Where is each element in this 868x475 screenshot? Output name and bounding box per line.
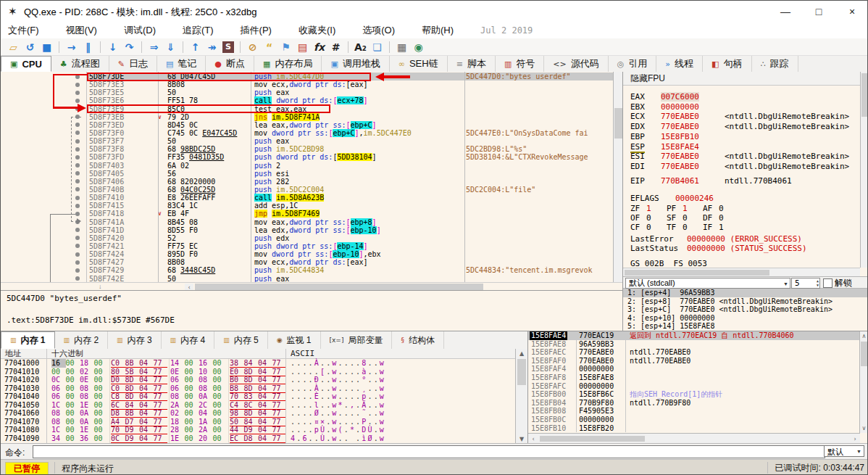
menu-item-插[interactable]: 插件(P) [241, 24, 272, 37]
byte-cell[interactable]: 04 [258, 359, 272, 368]
byte-cell[interactable]: D9 [125, 426, 140, 434]
byte-cell[interactable]: 84 [244, 359, 259, 368]
dump-row[interactable]: 7704107008000A00A4D7047718001A0050840477… [1, 418, 515, 426]
byte-cell[interactable]: 5B [125, 368, 140, 376]
disasm-row[interactable]: 5D8F74036A 02push 2 [1, 162, 622, 170]
byte-cell[interactable]: B0 [230, 376, 244, 384]
tab-日志[interactable]: ✎日志 [109, 56, 157, 72]
byte-cell[interactable]: 04 [139, 376, 154, 384]
byte-cell[interactable]: 00 [213, 368, 228, 376]
disasm-row[interactable]: 5D8F73F868 98BDC25Dpush im.5DC2BD985DC2B… [1, 145, 622, 153]
disasm-row[interactable]: 5D8F7424895D F0mov dword ptr ss:[ebp-10]… [1, 250, 622, 258]
tab-线程[interactable]: »线程 [656, 56, 703, 72]
register-value[interactable]: 770EABE0 [661, 162, 699, 171]
run-icon[interactable]: → [63, 40, 80, 54]
byte-cell[interactable]: 00 [185, 376, 199, 384]
byte-cell[interactable]: 1E [80, 401, 94, 410]
byte-cell[interactable]: 00 [51, 368, 66, 376]
byte-cell[interactable]: 00 [213, 359, 228, 368]
minimize-button[interactable]: — [769, 1, 802, 22]
byte-cell[interactable]: 04 [258, 401, 272, 410]
byte-cell[interactable]: 00 [185, 418, 199, 426]
comments-icon[interactable]: “ [261, 40, 277, 54]
byte-cell[interactable]: 00 [94, 359, 109, 368]
run-to-user-code-icon[interactable]: ↠ [204, 40, 220, 54]
scroll-down-icon[interactable]: ∨ [860, 424, 868, 432]
tab-源代码[interactable]: <>源代码 [544, 56, 608, 72]
breakpoint-dot[interactable] [75, 204, 80, 208]
byte-cell[interactable]: D9 [125, 434, 140, 443]
dump-vscrollbar[interactable]: ▲ ▼ [515, 349, 527, 444]
labels-icon[interactable]: ⚑ [277, 40, 294, 54]
dump-tab-内存 4[interactable]: ▥内存 4 [162, 331, 215, 349]
byte-cell[interactable]: 00 [66, 434, 80, 443]
byte-cell[interactable]: 1E [170, 434, 185, 443]
disassembly-hscrollbar[interactable]: ↓ ‹ [1, 282, 622, 290]
byte-cell[interactable]: 00 [66, 376, 80, 384]
stack-row[interactable]: 15E8FB08F45905E3 [528, 407, 868, 416]
step-out-icon[interactable]: ↑ [187, 40, 204, 54]
byte-cell[interactable]: 06 [170, 376, 185, 384]
byte-cell[interactable]: 04 [258, 384, 272, 393]
byte-cell[interactable]: 77 [154, 434, 168, 443]
scrollbar-thumb[interactable] [861, 73, 868, 117]
byte-cell[interactable]: 04 [258, 434, 272, 443]
byte-cell[interactable]: 1E [80, 426, 94, 434]
byte-cell[interactable]: 0E [80, 376, 94, 384]
dump-row[interactable]: 770410200C000E00D08D047706000800B08D0477… [1, 376, 515, 384]
tab-流程图[interactable]: ♣流程图 [51, 56, 109, 72]
register-value[interactable]: 15E8FAE4 [661, 142, 699, 152]
byte-cell[interactable]: 08 [80, 384, 94, 393]
breakpoint-dot[interactable] [75, 196, 80, 200]
calculator-icon[interactable]: ▦ [393, 40, 410, 54]
byte-cell[interactable]: 16 [199, 359, 213, 368]
stack-row[interactable]: 15E8FB0C00000000 [528, 416, 868, 424]
disasm-row[interactable]: 5D8F740668 82020000push 282 [1, 178, 622, 186]
disasm-row[interactable]: 5D8F73E38B08mov ecx,dword ptr ds:[eax] [1, 80, 622, 88]
byte-cell[interactable]: B8 [230, 384, 244, 393]
breakpoint-dot[interactable] [75, 171, 80, 175]
byte-cell[interactable]: 36 [80, 434, 94, 443]
stack-panel[interactable]: 15E8FAE4770EAC19返回到 ntdll.770EAC19 自 ntd… [527, 331, 868, 443]
byte-cell[interactable]: 08 [199, 384, 213, 393]
disassembly-panel[interactable]: 5D8F73DE68 D047C45Dpush im.5DC447D05DC44… [1, 72, 622, 290]
byte-cell[interactable]: 83 [244, 392, 259, 401]
disasm-row[interactable]: 5D8F73E6FF51 78call dword ptr ds:[ecx+78… [1, 96, 622, 104]
stop-icon[interactable]: ■ [38, 40, 55, 54]
breakpoint-dot[interactable] [75, 179, 80, 183]
disasm-row[interactable]: 5D8F741D8D55 F0lea edx,dword ptr ss:[ebp… [1, 226, 622, 234]
byte-cell[interactable]: D0 [111, 376, 125, 384]
byte-cell[interactable]: 77 [272, 392, 287, 401]
byte-cell[interactable]: 34 [51, 434, 66, 443]
byte-cell[interactable]: 00 [66, 409, 80, 418]
shortcuts-icon[interactable]: # [327, 40, 344, 54]
byte-cell[interactable]: 77 [154, 409, 168, 418]
byte-cell[interactable]: 00 [185, 384, 199, 393]
command-input[interactable] [33, 445, 825, 458]
byte-cell[interactable]: 04 [139, 359, 154, 368]
bookmarks-icon[interactable]: ▤ [294, 40, 311, 54]
byte-cell[interactable]: 8D [244, 368, 259, 376]
menu-item-选[interactable]: 选项(O) [362, 24, 395, 37]
register-value[interactable]: 770EABE0 [661, 122, 699, 131]
breakpoint-dot[interactable] [75, 155, 80, 160]
byte-cell[interactable]: 77 [154, 376, 168, 384]
byte-cell[interactable]: 04 [139, 384, 154, 393]
byte-cell[interactable]: 04 [199, 409, 213, 418]
byte-cell[interactable]: 8B [125, 359, 140, 368]
byte-cell[interactable]: 00 [66, 368, 80, 376]
breakpoint-dot[interactable] [75, 268, 80, 273]
tab-SEH链[interactable]: ∞SEH链 [390, 56, 448, 72]
dump-row[interactable]: 770410501C001E006C8404772A002C00C48C0477… [1, 401, 515, 410]
restart-icon[interactable]: ↺ [22, 40, 38, 54]
stack-row[interactable]: 15E8FAF400000000 [528, 365, 868, 373]
scrollbar-thumb[interactable] [861, 342, 867, 366]
byte-cell[interactable]: 77 [272, 368, 287, 376]
byte-cell[interactable]: 28 [170, 426, 185, 434]
ascii-table-icon[interactable]: A₂ [352, 40, 369, 54]
byte-cell[interactable]: 04 [258, 426, 272, 434]
byte-cell[interactable]: 10 [199, 368, 213, 376]
byte-cell[interactable]: 8D [125, 392, 140, 401]
byte-cell[interactable]: 04 [258, 409, 272, 418]
byte-cell[interactable]: D8 [244, 434, 259, 443]
